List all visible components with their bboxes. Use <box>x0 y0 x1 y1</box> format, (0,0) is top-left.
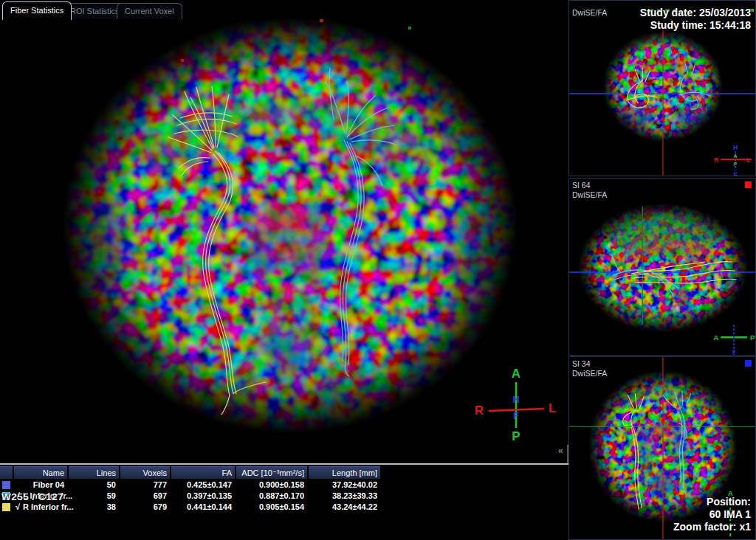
zoom-factor-readout: Zoom factor: x1 <box>673 521 751 533</box>
stats-tab-bar: Fiber Statistics ROI Statistics Current … <box>0 0 567 19</box>
header-adc: ADC [10⁻³mm²/s] <box>236 466 307 479</box>
header-name: Name <box>14 466 67 479</box>
coronal-panel[interactable]: H F R L A P DwiSE/FA Study date: 25/03/2… <box>568 0 756 176</box>
row-adc: 0.905±0.154 <box>236 502 307 513</box>
orientation-label-a: A <box>512 367 520 381</box>
orientation-label-h: H <box>512 394 519 405</box>
row-adc: 0.900±0.158 <box>236 480 307 491</box>
row-lines: 59 <box>69 491 119 502</box>
study-info: Study date: 25/03/2013 Study time: 15:44… <box>640 7 751 32</box>
window-level-overlay: W255 / C127 <box>1 491 63 502</box>
header-length: Length [mm] <box>309 466 380 479</box>
study-time: Study time: 15:44:18 <box>640 19 751 32</box>
row-length: 37.92±40.02 <box>309 480 380 491</box>
row-voxels: 697 <box>120 491 170 502</box>
stats-table-header: Name Lines Voxels FA ADC [10⁻³mm²/s] Len… <box>0 466 382 479</box>
orientation-label-r: R <box>475 404 484 418</box>
row-swatch[interactable] <box>2 481 10 489</box>
table-top-border <box>0 463 568 465</box>
position-readout: Position: 60 IMA 1 Zoom factor: x1 <box>673 496 751 533</box>
row-name: R Inferior fr... <box>23 502 73 511</box>
position-value: 60 IMA 1 <box>673 508 751 521</box>
sequence-label: DwiSE/FA <box>572 369 607 378</box>
row-fa: 0.397±0.135 <box>171 491 235 502</box>
fiber-table-row[interactable]: Fiber 04 50 777 0.425±0.147 0.900±0.158 … <box>0 480 382 491</box>
brain-sagittal-image: A P F <box>569 179 755 355</box>
orientation-label-f: F <box>733 171 738 176</box>
slice-label: SI 34 <box>572 359 591 369</box>
orientation-label-l: L <box>746 156 751 164</box>
sequence-label: DwiSE/FA <box>572 8 607 18</box>
row-voxels: 777 <box>120 480 170 491</box>
pane-marker <box>745 181 752 188</box>
tab-current-voxel[interactable]: Current Voxel <box>117 3 182 19</box>
slice-label: SI 64 <box>572 181 591 190</box>
collapse-chevron-icon[interactable]: « <box>558 446 563 455</box>
tab-fiber-statistics[interactable]: Fiber Statistics <box>2 1 72 20</box>
row-adc: 0.887±0.170 <box>236 491 307 502</box>
orientation-label-f: F <box>732 349 736 355</box>
orientation-label-f: F <box>513 410 519 421</box>
orientation-label-l: L <box>549 401 556 415</box>
row-check[interactable]: √ <box>16 502 20 511</box>
header-lines: Lines <box>69 466 119 479</box>
header-voxels: Voxels <box>120 466 170 479</box>
row-swatch[interactable] <box>2 503 10 511</box>
orientation-label-p: P <box>750 333 755 342</box>
row-length: 38.23±39.33 <box>309 491 380 502</box>
row-voxels: 679 <box>120 502 170 513</box>
orientation-label-r: R <box>714 156 719 164</box>
orientation-label-p: P <box>512 429 520 443</box>
study-date: Study date: 25/03/2013 <box>640 7 751 19</box>
header-fa: FA <box>171 466 235 479</box>
orientation-label-p: P <box>734 162 738 167</box>
header-swatch-column <box>0 466 13 479</box>
row-fa: 0.441±0.144 <box>171 502 235 513</box>
position-label: Position: <box>673 496 751 508</box>
row-name: Fiber 04 <box>14 480 67 491</box>
orientation-label-a: A <box>713 333 718 342</box>
orientation-label-h: H <box>733 144 738 151</box>
row-lines: 50 <box>69 480 119 491</box>
dti-workstation-screen: A P R L H F <box>0 0 756 540</box>
pane-marker <box>745 360 752 367</box>
axial-panel[interactable]: A SI 34 DwiSE/FA Position: 60 IMA 1 Zoom… <box>568 356 756 540</box>
row-fa: 0.425±0.147 <box>171 480 235 491</box>
row-length: 43.24±44.22 <box>309 502 380 513</box>
orientation-label-a: A <box>734 153 738 159</box>
row-lines: 38 <box>69 502 119 513</box>
brain-axial-image: A P R L H F <box>0 0 567 443</box>
main-viewport[interactable]: A P R L H F <box>0 0 567 443</box>
fiber-table-row[interactable]: √R Inferior fr... 38 679 0.441±0.144 0.9… <box>0 502 382 513</box>
sagittal-panel[interactable]: A P F SI 64 DwiSE/FA <box>568 178 756 356</box>
sequence-label: DwiSE/FA <box>572 190 607 200</box>
panel-splitter-handle[interactable] <box>567 445 568 464</box>
